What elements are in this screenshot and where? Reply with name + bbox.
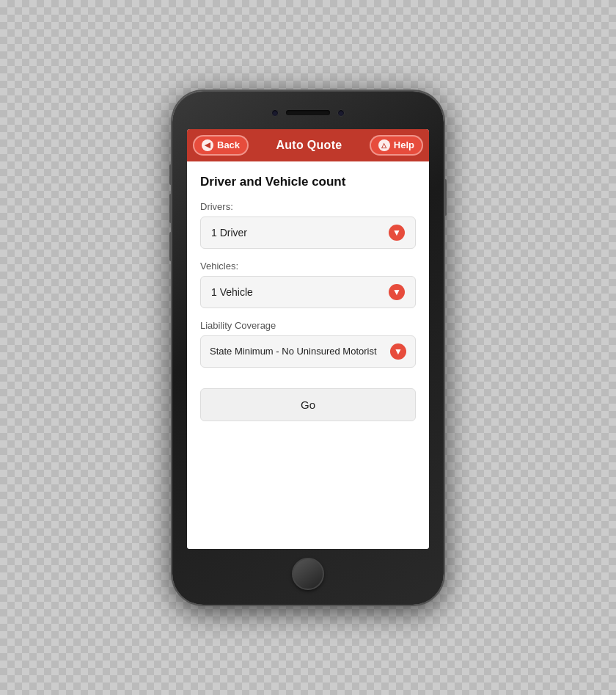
power-button (444, 179, 447, 216)
help-icon: △ (378, 139, 390, 151)
volume-up-button (169, 164, 172, 185)
drivers-dropdown-wrapper: Drivers: 1 Driver ▼ (200, 201, 416, 249)
drivers-label: Drivers: (200, 201, 416, 212)
vehicles-chevron-icon: ▼ (389, 284, 405, 300)
section-title: Driver and Vehicle count (200, 175, 416, 189)
liability-section: Liability Coverage State Minimum - No Un… (200, 320, 416, 368)
volume-down-button (169, 194, 172, 223)
nav-title: Auto Quote (276, 139, 342, 152)
vehicles-value: 1 Vehicle (211, 286, 253, 298)
help-label: Help (394, 139, 414, 150)
sensor (337, 109, 345, 117)
back-icon: ◀ (202, 139, 213, 151)
screen-content: Driver and Vehicle count Drivers: 1 Driv… (187, 161, 429, 549)
phone-top-bar (180, 104, 436, 122)
front-camera (271, 109, 279, 117)
vehicles-dropdown-wrapper: Vehicles: 1 Vehicle ▼ (200, 261, 416, 308)
liability-dropdown[interactable]: State Minimum - No Uninsured Motorist ▼ (200, 335, 416, 368)
home-button[interactable] (292, 558, 324, 590)
back-label: Back (217, 139, 240, 150)
liability-chevron-icon: ▼ (390, 343, 406, 360)
phone-screen: ◀ Back Auto Quote △ Help Driver and Vehi… (187, 129, 429, 549)
drivers-value: 1 Driver (211, 227, 247, 239)
liability-label: Liability Coverage (200, 320, 416, 331)
silent-button (169, 232, 172, 261)
help-button[interactable]: △ Help (370, 135, 423, 156)
go-button[interactable]: Go (200, 388, 416, 421)
drivers-dropdown[interactable]: 1 Driver ▼ (200, 216, 416, 249)
go-label: Go (301, 399, 315, 411)
nav-bar: ◀ Back Auto Quote △ Help (187, 129, 429, 161)
liability-value: State Minimum - No Uninsured Motorist (210, 346, 377, 357)
phone-bottom (180, 558, 436, 590)
vehicles-dropdown[interactable]: 1 Vehicle ▼ (200, 276, 416, 308)
drivers-chevron-icon: ▼ (389, 225, 405, 241)
vehicles-label: Vehicles: (200, 261, 416, 272)
earpiece-speaker (286, 110, 330, 115)
back-button[interactable]: ◀ Back (193, 135, 249, 156)
phone-device: ◀ Back Auto Quote △ Help Driver and Vehi… (172, 91, 444, 605)
